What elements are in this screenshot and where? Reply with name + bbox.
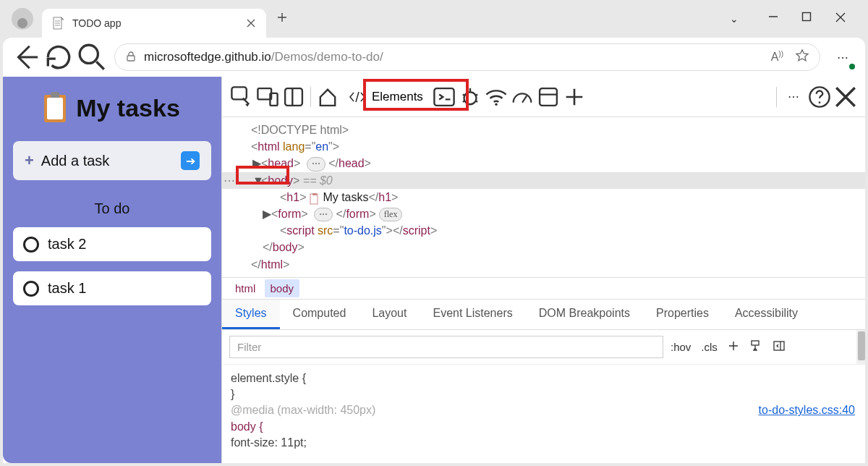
welcome-icon[interactable] — [315, 85, 340, 109]
new-style-rule-icon[interactable] — [728, 340, 739, 354]
browser-toolbar: microsoftedge.github.io/Demos/demo-to-do… — [3, 38, 865, 77]
close-window-button[interactable] — [835, 12, 848, 27]
inspect-icon[interactable] — [229, 85, 254, 109]
task-item[interactable]: task 1 — [13, 271, 211, 305]
selected-dom-node: ⋯▼<body> == $0 — [222, 172, 865, 189]
favorite-icon[interactable] — [795, 48, 809, 66]
layout-tab[interactable]: Layout — [359, 300, 420, 329]
add-tab-icon[interactable] — [562, 85, 587, 109]
hov-toggle[interactable]: :hov — [671, 341, 691, 353]
more-button[interactable]: ⋯ — [827, 42, 858, 72]
styles-pane[interactable]: element.style { } @media (max-width: 450… — [222, 365, 865, 457]
devtools-pane: Elements ⋯ <!DOCTYPE html> <html lang="e… — [221, 77, 865, 463]
task-radio[interactable] — [23, 237, 39, 253]
performance-icon[interactable] — [510, 85, 535, 109]
svg-point-7 — [80, 45, 98, 63]
event-listeners-tab[interactable]: Event Listeners — [420, 300, 525, 329]
dom-tree[interactable]: <!DOCTYPE html> <html lang="en"> ▶<head>… — [222, 117, 865, 277]
paint-icon[interactable] — [749, 339, 762, 355]
computed-sidebar-icon[interactable] — [773, 339, 786, 355]
computed-tab[interactable]: Computed — [280, 300, 359, 329]
profile-avatar[interactable] — [12, 8, 33, 30]
task-radio[interactable] — [23, 281, 39, 297]
todo-app-pane: My tasks + Add a task ➔ To do task 2 tas… — [3, 77, 221, 463]
breadcrumb-item[interactable]: body — [265, 279, 300, 297]
network-wifi-icon[interactable] — [484, 85, 509, 109]
app-title: My tasks — [13, 94, 211, 122]
devtools-toolbar: Elements ⋯ — [222, 77, 865, 117]
svg-rect-13 — [285, 88, 302, 106]
svg-rect-19 — [540, 88, 557, 106]
add-task-placeholder: Add a task — [41, 153, 110, 169]
clipboard-icon — [44, 95, 66, 122]
dom-breakpoints-tab[interactable]: DOM Breakpoints — [526, 300, 643, 329]
minimize-button[interactable] — [768, 12, 781, 27]
elements-tab[interactable]: Elements — [341, 85, 430, 109]
address-bar[interactable]: microsoftedge.github.io/Demos/demo-to-do… — [114, 43, 820, 71]
svg-point-17 — [495, 103, 497, 105]
console-icon[interactable] — [432, 85, 456, 109]
svg-rect-24 — [312, 193, 317, 195]
svg-point-16 — [464, 92, 476, 104]
tab-close-icon[interactable] — [246, 18, 256, 28]
sources-bug-icon[interactable] — [458, 85, 482, 109]
styles-tab[interactable]: Styles — [222, 300, 280, 329]
svg-rect-10 — [231, 87, 246, 99]
new-tab-button[interactable] — [276, 12, 288, 26]
plus-icon: + — [25, 151, 34, 170]
device-icon[interactable] — [255, 85, 280, 109]
add-task-input[interactable]: + Add a task ➔ — [13, 141, 211, 180]
stylesheet-link[interactable]: to-do-styles.css:40 — [759, 402, 855, 418]
filter-input[interactable]: Filter — [229, 336, 663, 358]
read-aloud-icon[interactable]: A)) — [771, 50, 783, 64]
styles-tab-strip: Styles Computed Layout Event Listeners D… — [222, 299, 865, 330]
accessibility-tab[interactable]: Accessibility — [722, 300, 811, 329]
breadcrumb-item[interactable]: html — [229, 279, 261, 297]
svg-rect-9 — [127, 56, 135, 61]
search-button[interactable] — [77, 42, 107, 72]
tab-actions-chevron-icon[interactable]: ⌄ — [728, 13, 741, 25]
maximize-button[interactable] — [801, 12, 814, 27]
properties-tab[interactable]: Properties — [643, 300, 722, 329]
styles-filter-bar: Filter :hov .cls — [222, 330, 865, 365]
help-icon[interactable] — [807, 85, 832, 109]
section-heading: To do — [13, 200, 211, 217]
browser-tab[interactable]: TODO app — [42, 9, 266, 38]
browser-titlebar: TODO app ⌄ — [0, 0, 868, 38]
svg-rect-26 — [774, 342, 784, 350]
url-text: microsoftedge.github.io/Demos/demo-to-do… — [144, 50, 383, 64]
svg-line-8 — [96, 62, 104, 69]
back-button[interactable] — [10, 42, 41, 72]
svg-line-18 — [522, 96, 527, 102]
svg-point-22 — [819, 101, 821, 103]
refresh-button[interactable] — [43, 42, 74, 72]
svg-rect-23 — [310, 194, 318, 204]
activity-bar-icon[interactable] — [281, 85, 306, 109]
tab-title: TODO app — [72, 17, 239, 29]
svg-rect-25 — [752, 341, 759, 345]
tab-favicon — [52, 17, 65, 30]
window-controls: ⌄ — [728, 12, 865, 27]
submit-task-button[interactable]: ➔ — [181, 151, 200, 170]
more-tools-icon[interactable]: ⋯ — [781, 85, 806, 109]
application-icon[interactable] — [536, 85, 561, 109]
svg-rect-5 — [803, 12, 811, 20]
lock-icon — [125, 51, 137, 64]
cls-toggle[interactable]: .cls — [701, 341, 718, 353]
close-devtools-icon[interactable] — [833, 85, 858, 109]
task-item[interactable]: task 2 — [13, 227, 211, 261]
dom-breadcrumbs[interactable]: html body — [222, 277, 865, 299]
